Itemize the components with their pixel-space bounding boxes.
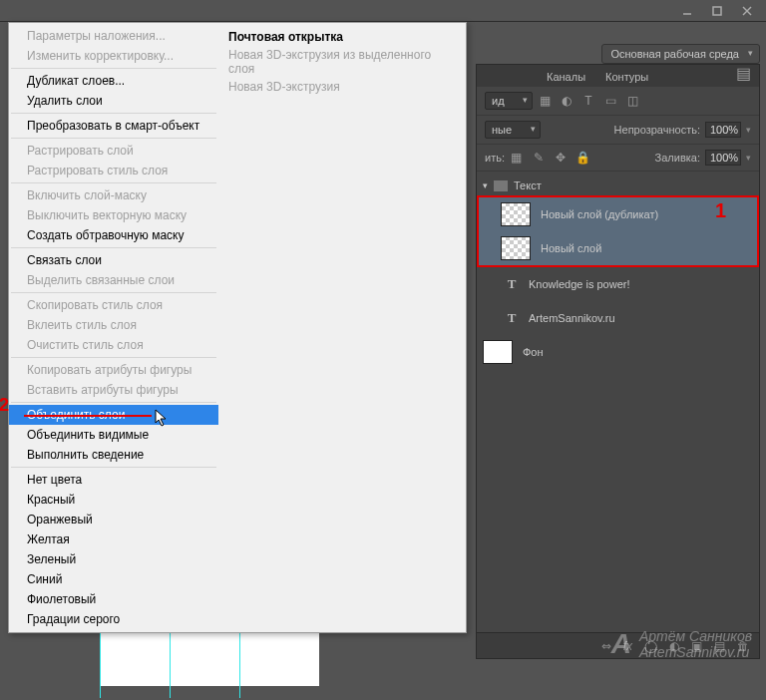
menu-item: Растрировать слой: [9, 141, 218, 161]
menu-item[interactable]: Синий: [9, 569, 218, 589]
menu-item: Вставить атрибуты фигуры: [9, 380, 218, 400]
chevron-down-icon[interactable]: ▾: [746, 125, 751, 135]
filter-type-icon[interactable]: T: [581, 94, 595, 108]
folder-icon: [494, 180, 508, 191]
annotation-callout-2: 2: [0, 395, 9, 416]
opacity-label: Непрозрачность:: [614, 124, 700, 136]
minimize-button[interactable]: [672, 2, 702, 20]
guide-line: [239, 628, 240, 698]
context-menu-column: Параметры наложения...Изменить корректир…: [9, 23, 218, 632]
type-layer-icon: T: [505, 277, 519, 291]
lock-paint-icon[interactable]: ✎: [532, 151, 546, 165]
layer-row[interactable]: Новый слой: [479, 231, 757, 265]
layer-name: ArtemSannikov.ru: [529, 312, 615, 324]
layer-thumbnail: [501, 202, 531, 226]
cursor-icon: [155, 409, 171, 430]
fill-label: Заливка:: [655, 152, 700, 164]
filter-pixel-icon[interactable]: ▦: [538, 94, 552, 108]
lock-transparency-icon[interactable]: ▦: [510, 151, 524, 165]
guide-line: [170, 628, 171, 698]
opacity-input[interactable]: 100%: [705, 122, 741, 138]
watermark-logo: A: [611, 629, 631, 660]
layer-name: Knowledge is power!: [529, 278, 630, 290]
menu-item[interactable]: Создать обтравочную маску: [9, 225, 218, 245]
submenu-item: Новая 3D-экструзия: [226, 78, 458, 96]
annotation-callout-1: 1: [715, 199, 726, 222]
menu-item: Изменить корректировку...: [9, 46, 218, 66]
menu-item[interactable]: Желтая: [9, 529, 218, 549]
menu-separator: [11, 357, 216, 358]
menu-separator: [11, 402, 216, 403]
menu-separator: [11, 292, 216, 293]
layer-name: Новый слой: [541, 242, 601, 254]
menu-item: Вклеить стиль слоя: [9, 315, 218, 335]
menu-separator: [11, 68, 216, 69]
layer-name: Новый слой (дубликат): [541, 208, 658, 220]
layer-group-header[interactable]: ▾ Текст: [477, 175, 759, 195]
menu-item[interactable]: Градации серого: [9, 609, 218, 629]
filter-shape-icon[interactable]: ▭: [603, 94, 617, 108]
filter-icons: ▦ ◐ T ▭ ◫: [538, 94, 639, 108]
watermark-url: ArtemSannikov.ru: [639, 645, 752, 660]
lock-position-icon[interactable]: ✥: [554, 151, 568, 165]
menu-item[interactable]: Преобразовать в смарт-объект: [9, 116, 218, 136]
menu-item[interactable]: Нет цвета: [9, 470, 218, 490]
menu-item[interactable]: Зеленый: [9, 549, 218, 569]
menu-item[interactable]: Красный: [9, 490, 218, 510]
watermark-name: Артём Санников: [639, 629, 752, 644]
menu-separator: [11, 247, 216, 248]
layer-kind-select[interactable]: ид: [485, 92, 533, 110]
menu-item: Выключить векторную маску: [9, 205, 218, 225]
menu-item: Параметры наложения...: [9, 26, 218, 46]
close-button[interactable]: [732, 2, 762, 20]
layer-row[interactable]: TKnowledge is power!: [477, 267, 759, 301]
layer-thumbnail: [483, 340, 513, 364]
menu-item: Копировать атрибуты фигуры: [9, 360, 218, 380]
menu-separator: [11, 138, 216, 139]
disclosure-triangle-icon[interactable]: ▾: [483, 180, 488, 190]
filter-smart-icon[interactable]: ◫: [625, 94, 639, 108]
layer-context-menu: Параметры наложения...Изменить корректир…: [8, 22, 467, 633]
submenu-item: Новая 3D-экструзия из выделенного слоя: [226, 46, 458, 78]
panel-tab-strip: Каналы Контуры ▤: [477, 65, 759, 87]
layer-row[interactable]: TArtemSannikov.ru: [477, 301, 759, 335]
lock-all-icon[interactable]: 🔒: [575, 151, 589, 165]
lock-label: ить:: [485, 152, 505, 164]
svg-rect-1: [713, 7, 721, 15]
menu-item[interactable]: Связать слои: [9, 250, 218, 270]
guide-line: [100, 628, 101, 698]
filter-adjustment-icon[interactable]: ◐: [560, 94, 574, 108]
menu-item: Выделить связанные слои: [9, 270, 218, 290]
chevron-down-icon[interactable]: ▾: [746, 153, 751, 163]
panel-menu-icon[interactable]: ▤: [728, 60, 759, 87]
lock-fill-row: ить: ▦ ✎ ✥ 🔒 Заливка: 100% ▾: [477, 145, 759, 172]
canvas: [100, 630, 319, 686]
menu-item[interactable]: Оранжевый: [9, 510, 218, 529]
link-layers-icon[interactable]: ⇔: [601, 639, 611, 653]
lock-icons: ▦ ✎ ✥ 🔒: [510, 151, 589, 165]
tab-channels[interactable]: Каналы: [537, 67, 595, 87]
maximize-button[interactable]: [702, 2, 732, 20]
menu-item[interactable]: Фиолетовый: [9, 589, 218, 609]
tab-paths[interactable]: Контуры: [595, 67, 658, 87]
menu-item: Очистить стиль слоя: [9, 335, 218, 355]
menu-item: Включить слой-маску: [9, 185, 218, 205]
menu-separator: [11, 467, 216, 468]
watermark: A Артём Санников ArtemSannikov.ru: [611, 629, 752, 660]
menu-separator: [11, 113, 216, 114]
background-layer[interactable]: Фон: [477, 335, 759, 369]
fill-input[interactable]: 100%: [705, 150, 741, 166]
titlebar: [0, 0, 766, 22]
layers-panel: Каналы Контуры ▤ ид ▦ ◐ T ▭ ◫ ные Непроз…: [476, 64, 760, 659]
blend-opacity-row: ные Непрозрачность: 100% ▾: [477, 116, 759, 145]
menu-item[interactable]: Дубликат слоев...: [9, 71, 218, 91]
menu-item[interactable]: Удалить слои: [9, 91, 218, 111]
menu-item: Скопировать стиль слоя: [9, 295, 218, 315]
blend-mode-select[interactable]: ные: [485, 121, 541, 139]
menu-item[interactable]: Выполнить сведение: [9, 445, 218, 465]
group-name: Текст: [514, 179, 542, 191]
menu-item[interactable]: Объединить видимые: [9, 425, 218, 445]
submenu-header[interactable]: Почтовая открытка: [226, 28, 458, 46]
menu-item: Растрировать стиль слоя: [9, 161, 218, 180]
layer-thumbnail: [501, 236, 531, 260]
